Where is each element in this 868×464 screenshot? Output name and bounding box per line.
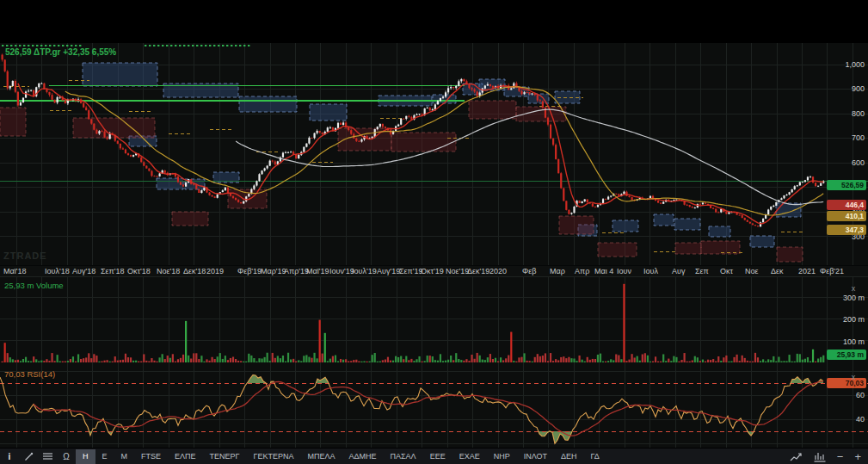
time-axis-label: Ιουλ'19 — [352, 267, 377, 275]
toolbar-item-Μ[interactable]: Μ — [114, 449, 135, 464]
time-axis-label: Μαρ — [550, 267, 565, 275]
toolbar-item-ΕΕΕ[interactable]: ΕΕΕ — [423, 449, 452, 464]
toolbar-item-ΔΕΗ[interactable]: ΔΕΗ — [554, 449, 584, 464]
rsi-chart[interactable] — [0, 366, 868, 448]
chart-controls: − + — [790, 449, 861, 464]
bottom-toolbar: iΩ ΗΕΜFTSEΕΛΠΕΤΕΝΕΡΓΓΕΚΤΕΡΝΑΜΠΕΛΑΑΔΜΗΕΠΑ… — [0, 448, 868, 464]
toolbar-item-ΕΧΑΕ[interactable]: ΕΧΑΕ — [452, 449, 487, 464]
axis-tick-label: 200 m — [828, 315, 865, 324]
toolbar-item-Η[interactable]: Η — [76, 449, 95, 464]
time-axis-label: Δεκ — [771, 267, 784, 275]
axis-tick-label: 1,000 — [828, 60, 865, 69]
time-axis-label: Φεβ'19 — [237, 267, 262, 275]
top-black-bar — [0, 0, 868, 43]
price-badge: 410,1 — [827, 211, 866, 221]
axis-tick-label: 300 m — [828, 294, 865, 302]
time-axis-label: Μαι 4 — [594, 267, 613, 275]
time-axis-label: Νοε'18 — [157, 267, 180, 275]
time-axis-label: Αυγ'18 — [72, 267, 95, 275]
quote-line: 526,59 ΔTP.gr +32,35 6,55% — [5, 47, 116, 57]
info-icon[interactable]: i — [0, 449, 19, 464]
toolbar-item-Ε[interactable]: Ε — [95, 449, 114, 464]
time-axis-label: Απρ — [575, 267, 589, 275]
axis-tick-label: 100 m — [828, 337, 865, 346]
axis-tick-label: 700 — [828, 133, 865, 142]
rsi-indicator-label: 70,03 RSI(14) — [4, 369, 55, 379]
time-axis-label: Σεπ'18 — [101, 267, 125, 275]
toolbar-item-ΑΔΜΗΕ[interactable]: ΑΔΜΗΕ — [342, 449, 384, 464]
axis-tick-label: 600 — [828, 158, 865, 167]
time-axis-label: Δεκ'18 — [183, 267, 206, 275]
bar-chart-icon[interactable] — [814, 449, 826, 464]
time-axis-label: Ιουν'19 — [329, 267, 354, 275]
price-badge: 347,3 — [827, 225, 866, 235]
time-axis-label: Δεκ'19 — [467, 267, 489, 275]
price-badge: 526,59 — [827, 180, 866, 190]
toolbar-item-ΓΔ[interactable]: ΓΔ — [584, 449, 606, 464]
trading-app: Μαϊ'18Ιουλ'18Αυγ'18Σεπ'18Οκτ'18Νοε'18Δεκ… — [0, 0, 868, 464]
time-axis-label: Οκτ'18 — [127, 267, 151, 275]
volume-chart[interactable] — [0, 277, 868, 366]
draw-icon[interactable] — [19, 449, 38, 464]
time-axis-label: 2020 — [489, 267, 507, 275]
ztrade-watermark: ZTRADE — [3, 251, 47, 261]
rsi-close-icon[interactable]: x — [848, 373, 859, 382]
time-axis-label: Ιουλ'18 — [45, 267, 70, 275]
axis-tick-label: 40 — [828, 415, 865, 424]
time-axis-label: Νοε'19 — [446, 267, 469, 275]
time-axis-label: 2021 — [798, 267, 816, 275]
toolbar-item-FTSE[interactable]: FTSE — [134, 449, 168, 464]
time-axis-label: Ιουν — [617, 267, 631, 275]
zoom-out-button[interactable]: − — [837, 449, 844, 464]
time-axis-label: Ιουλ — [643, 267, 658, 275]
axis-tick-label: 900 — [828, 84, 865, 93]
time-axis-label: Μαρ'19 — [261, 267, 286, 275]
toolbar-item-ΤΕΝΕΡΓ[interactable]: ΤΕΝΕΡΓ — [203, 449, 247, 464]
omega-icon[interactable]: Ω — [57, 449, 76, 464]
time-axis-label: 2019 — [206, 267, 224, 275]
toolbar-item-ΙΝΛΟΤ[interactable]: ΙΝΛΟΤ — [517, 449, 554, 464]
volume-badge: 25,93 m — [827, 350, 866, 360]
time-axis-label: Φεβ — [522, 267, 536, 275]
time-axis-label: Οκτ — [720, 267, 733, 275]
time-axis-label: Αυγ — [672, 267, 685, 275]
table-icon[interactable] — [38, 449, 57, 464]
axis-tick-label: 60 — [828, 391, 865, 399]
zoom-in-button[interactable]: + — [854, 449, 861, 464]
time-axis-label: Σεπ'19 — [399, 267, 423, 275]
price-chart[interactable] — [0, 43, 868, 265]
volume-indicator-label: 25,93 m Volume — [4, 281, 64, 290]
toolbar-item-ΕΛΠΕ[interactable]: ΕΛΠΕ — [168, 449, 203, 464]
toolbar-item-ΜΠΕΛΑ[interactable]: ΜΠΕΛΑ — [301, 449, 342, 464]
time-axis-label: Μαϊ'19 — [306, 267, 329, 275]
time-axis-label: Μαϊ'18 — [3, 267, 26, 275]
axis-tick-label: 800 — [828, 109, 865, 118]
time-axis-label: Απρ'19 — [284, 267, 309, 275]
time-axis-label: Οκτ'19 — [421, 267, 444, 275]
toolbar-item-ΓΕΚΤΕΡΝΑ[interactable]: ΓΕΚΤΕΡΝΑ — [247, 449, 301, 464]
price-badge: 446,4 — [827, 200, 866, 210]
time-axis-label: Σεπ — [695, 267, 709, 275]
time-axis-label: Φεβ'21 — [820, 267, 844, 275]
toolbar-item-ΠΑΣΑΛ[interactable]: ΠΑΣΑΛ — [384, 449, 423, 464]
volume-close-icon[interactable]: x — [848, 284, 859, 294]
time-axis-label: Αυγ'19 — [377, 267, 400, 275]
toolbar-item-ΝΗΡ[interactable]: ΝΗΡ — [487, 449, 517, 464]
time-axis-label: Νοε — [745, 267, 759, 275]
rsi-badge: 70,03 — [827, 378, 866, 388]
line-chart-icon[interactable] — [790, 449, 803, 464]
time-axis: Μαϊ'18Ιουλ'18Αυγ'18Σεπ'18Οκτ'18Νοε'18Δεκ… — [0, 265, 868, 277]
